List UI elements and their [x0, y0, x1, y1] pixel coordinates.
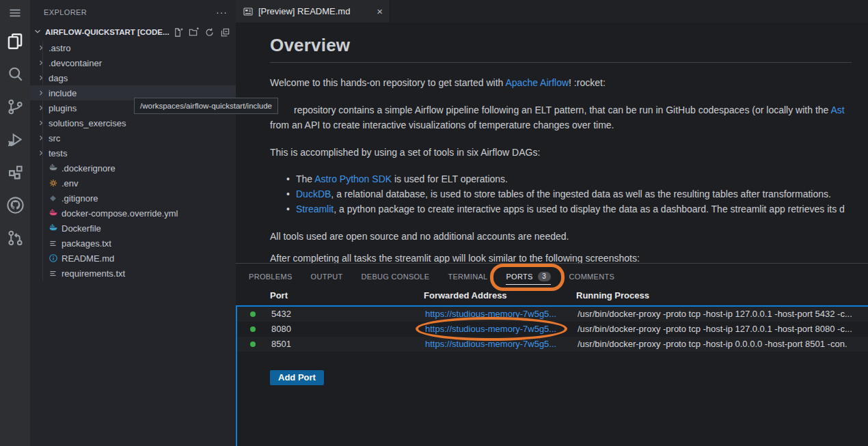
- tree-item-file[interactable]: .dockerignore: [30, 161, 236, 176]
- chevron-right-icon: [37, 44, 45, 52]
- add-port-button[interactable]: Add Port: [270, 370, 324, 385]
- explorer-icon[interactable]: [0, 25, 30, 57]
- tab-output[interactable]: OUTPUT: [311, 270, 343, 283]
- collapse-all-icon[interactable]: [220, 27, 230, 38]
- running-process: /usr/bin/docker-proxy -proto tcp -host-i…: [578, 307, 868, 322]
- tree-item-label: .env: [62, 178, 79, 189]
- tree-item-folder[interactable]: dags: [30, 70, 236, 85]
- github-icon[interactable]: [0, 189, 30, 221]
- port-row-5432[interactable]: 5432 https://studious-memory-7w5g5... /u…: [237, 307, 868, 322]
- chevron-right-icon: [37, 74, 45, 82]
- tree-item-label: plugins: [49, 103, 77, 113]
- new-file-icon[interactable]: [173, 27, 183, 38]
- tree-item-folder[interactable]: src: [30, 130, 236, 145]
- tree-item-folder[interactable]: .devcontainer: [30, 55, 236, 70]
- running-process: /usr/bin/docker-proxy -proto tcp -host-i…: [578, 322, 868, 337]
- tree-item-file[interactable]: README.md: [30, 251, 236, 266]
- run-debug-icon[interactable]: [0, 123, 30, 156]
- dockerfile-icon: [48, 223, 58, 233]
- close-icon[interactable]: ×: [377, 5, 383, 17]
- port-number: 8501: [271, 337, 291, 352]
- tree-item-folder[interactable]: .astro: [30, 40, 236, 55]
- info-icon: [48, 253, 58, 263]
- link-apache-airflow[interactable]: Apache Airflow: [505, 77, 569, 88]
- panel-tab-label: OUTPUT: [311, 273, 343, 281]
- md-bullet-2: DuckDB, a relational database, is used t…: [270, 186, 852, 201]
- tree-item-file[interactable]: packages.txt: [30, 236, 236, 251]
- panel-tab-label: PROBLEMS: [249, 273, 293, 281]
- vscode-window: { "colors": { "annotation_orange": "#e57…: [0, 0, 868, 446]
- tree-item-label: solutions_exercises: [49, 118, 126, 128]
- port-row-8080[interactable]: 8080 https://studious-memory-7w5g5... /u…: [237, 322, 868, 337]
- chevron-right-icon: [37, 89, 45, 97]
- panel-tab-bar: PROBLEMS OUTPUT DEBUG CONSOLE TERMINAL P…: [236, 264, 868, 290]
- md-paragraph-4: All tools used are open source and no ad…: [270, 229, 852, 244]
- md-text: The: [296, 173, 314, 184]
- tree-item-file[interactable]: docker-compose.override.yml: [30, 206, 236, 221]
- md-paragraph-2-line-1: repository contains a simple Airflow pip…: [270, 102, 852, 117]
- md-text: is used for ELT operations.: [392, 173, 508, 184]
- source-control-icon[interactable]: [0, 90, 30, 123]
- pull-request-icon[interactable]: [0, 221, 30, 254]
- menu-icon[interactable]: [0, 1, 30, 25]
- tree-item-file[interactable]: Dockerfile: [30, 221, 236, 236]
- tree-item-label: .devcontainer: [49, 58, 102, 68]
- status-dot-icon: [250, 311, 256, 317]
- more-actions-icon[interactable]: ···: [216, 7, 228, 18]
- tree-item-folder[interactable]: tests: [30, 145, 236, 161]
- tree-item-file[interactable]: .gitignore: [30, 191, 236, 206]
- activity-bar: [0, 0, 30, 446]
- port-row-8501[interactable]: 8501 https://studious-memory-7w5g5... /u…: [237, 337, 868, 352]
- tree-item-label: requirements.txt: [62, 268, 125, 279]
- running-process: /usr/bin/docker-proxy -proto tcp -host-i…: [578, 337, 868, 352]
- panel-tab-label: DEBUG CONSOLE: [362, 273, 430, 281]
- md-text: ! :rocket:: [569, 77, 606, 88]
- tab-preview-readme[interactable]: [Preview] README.md ×: [236, 0, 390, 23]
- link-astro-cli[interactable]: Ast: [830, 104, 844, 115]
- new-folder-icon[interactable]: [189, 27, 199, 38]
- tab-problems[interactable]: PROBLEMS: [249, 270, 293, 283]
- forwarded-address-link[interactable]: https://studious-memory-7w5g5...: [425, 337, 556, 352]
- md-heading: Overview: [270, 35, 852, 63]
- ports-table-body: 5432 https://studious-memory-7w5g5... /u…: [236, 305, 868, 446]
- gear-icon: [48, 178, 58, 188]
- link-duckdb[interactable]: DuckDB: [296, 189, 331, 199]
- editor-area: [Preview] README.md × Overview Welcome t…: [236, 0, 868, 263]
- tab-comments[interactable]: COMMENTS: [569, 270, 615, 283]
- tab-terminal[interactable]: TERMINAL: [448, 270, 487, 283]
- header-port: Port: [270, 290, 288, 301]
- forwarded-address-link-8080[interactable]: https://studious-memory-7w5g5...: [425, 322, 556, 337]
- bottom-panel: PROBLEMS OUTPUT DEBUG CONSOLE TERMINAL P…: [236, 263, 868, 446]
- search-icon[interactable]: [0, 57, 30, 90]
- md-text: , a python package to create interactive…: [334, 204, 845, 214]
- ports-table-header: Port Forwarded Address Running Process: [236, 290, 868, 305]
- sidebar-title: EXPLORER: [44, 8, 87, 16]
- md-text: Welcome to this hands-on repository to g…: [270, 77, 505, 88]
- forwarded-address-link[interactable]: https://studious-memory-7w5g5...: [425, 307, 556, 322]
- refresh-icon[interactable]: [204, 27, 215, 38]
- md-text: , a relational database, is used to stor…: [331, 189, 831, 199]
- file-tree: .astro .devcontainer dags include plugin…: [30, 40, 236, 281]
- sidebar-header: EXPLORER ···: [30, 0, 236, 24]
- tree-item-label: packages.txt: [62, 238, 111, 249]
- tab-debug-console[interactable]: DEBUG CONSOLE: [362, 270, 430, 283]
- panel-tab-label: TERMINAL: [448, 273, 487, 281]
- extensions-icon[interactable]: [0, 156, 30, 189]
- docker-compose-icon: [48, 208, 58, 218]
- port-number: 5432: [271, 307, 291, 322]
- explorer-sidebar: EXPLORER ··· AIRFLOW-QUICKSTART [CODE...…: [30, 0, 236, 446]
- tree-item-label: Dockerfile: [62, 223, 101, 234]
- tree-item-folder[interactable]: solutions_exercises: [30, 115, 236, 130]
- link-streamlit[interactable]: Streamlit: [296, 204, 334, 214]
- tree-item-file[interactable]: requirements.txt: [30, 266, 236, 281]
- tree-item-label: .astro: [49, 43, 71, 53]
- panel-tab-label: PORTS: [506, 273, 532, 281]
- tree-item-label: dags: [49, 73, 68, 83]
- tab-ports[interactable]: PORTS 3: [506, 270, 550, 285]
- tab-bar: [Preview] README.md ×: [236, 0, 868, 23]
- project-name: AIRFLOW-QUICKSTART [CODE...: [45, 28, 170, 36]
- project-root-row[interactable]: AIRFLOW-QUICKSTART [CODE...: [30, 24, 236, 40]
- tree-item-label: .dockerignore: [62, 163, 116, 173]
- tree-item-file[interactable]: .env: [30, 176, 236, 191]
- link-astro-python-sdk[interactable]: Astro Python SDK: [314, 173, 392, 184]
